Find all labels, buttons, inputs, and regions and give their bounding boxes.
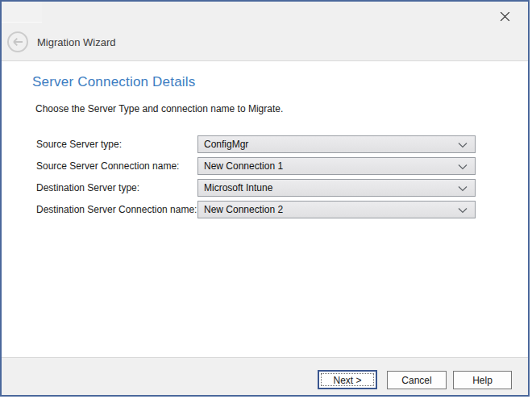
next-button[interactable]: Next > <box>318 370 377 389</box>
wizard-title: Migration Wizard <box>37 36 116 48</box>
source-connection-name-dropdown[interactable]: New Connection 1 <box>197 157 476 175</box>
field-label: Source Server Connection name: <box>36 157 179 175</box>
field-label: Destination Server type: <box>36 179 139 197</box>
content-area: Server Connection Details Choose the Ser… <box>2 61 528 357</box>
cancel-button[interactable]: Cancel <box>387 371 447 389</box>
close-button[interactable] <box>496 7 513 25</box>
field-label: Source Server type: <box>36 135 122 153</box>
source-server-type-dropdown[interactable]: ConfigMgr <box>197 135 476 153</box>
dropdown-selected-value: Microsoft Intune <box>204 180 272 196</box>
chevron-down-icon <box>458 185 468 192</box>
field-row-source-connection-name: Source Server Connection name: New Conne… <box>36 157 476 175</box>
back-arrow-icon <box>6 31 29 53</box>
back-button[interactable] <box>6 31 29 53</box>
destination-connection-name-dropdown[interactable]: New Connection 2 <box>197 201 476 218</box>
page-description: Choose the Server Type and connection na… <box>35 103 283 114</box>
chevron-down-icon <box>458 207 468 214</box>
wizard-header: Migration Wizard <box>2 2 528 61</box>
help-button[interactable]: Help <box>453 371 512 389</box>
button-bar: Next > Cancel Help <box>2 357 528 395</box>
cancel-button-label: Cancel <box>401 375 431 386</box>
chevron-down-icon <box>458 142 468 148</box>
wizard-window: Migration Wizard Server Connection Detai… <box>0 0 530 397</box>
destination-server-type-dropdown[interactable]: Microsoft Intune <box>197 179 476 197</box>
field-row-destination-connection-name: Destination Server Connection name: New … <box>36 201 476 218</box>
page-title: Server Connection Details <box>32 74 195 90</box>
field-row-destination-server-type: Destination Server type: Microsoft Intun… <box>36 179 476 197</box>
dropdown-selected-value: ConfigMgr <box>204 136 248 152</box>
field-label: Destination Server Connection name: <box>36 201 197 218</box>
chevron-down-icon <box>458 164 468 170</box>
field-row-source-server-type: Source Server type: ConfigMgr <box>36 135 476 153</box>
help-button-label: Help <box>472 375 493 386</box>
titlebar-corner <box>2 2 42 23</box>
close-icon <box>499 10 511 23</box>
next-button-label: Next > <box>333 375 361 386</box>
dropdown-selected-value: New Connection 2 <box>204 202 283 218</box>
dropdown-selected-value: New Connection 1 <box>204 158 283 174</box>
